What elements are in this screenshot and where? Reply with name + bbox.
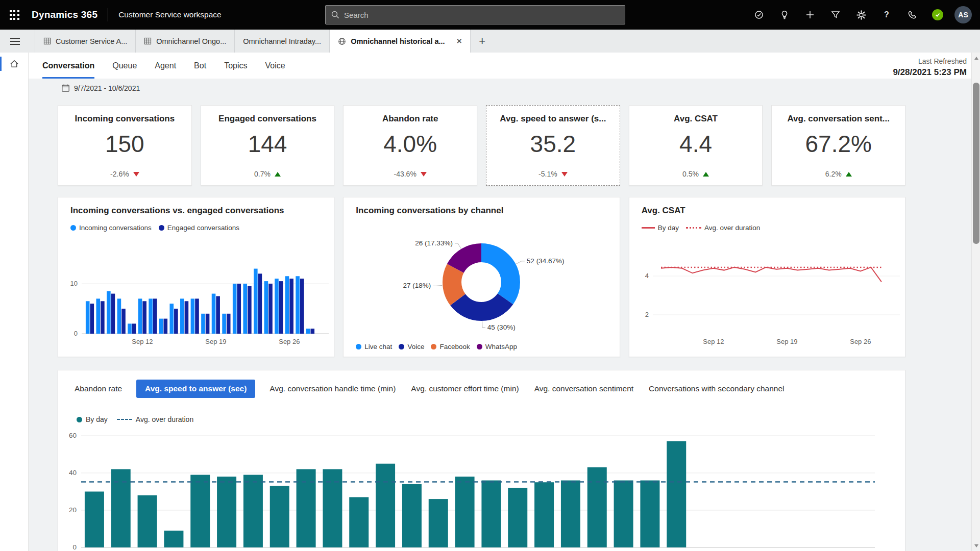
phone-button[interactable] <box>899 0 925 30</box>
kpi-change: -5.1% <box>538 170 568 178</box>
report-nav-tabs: ConversationQueueAgentBotTopicsVoice <box>29 53 971 79</box>
kpi-card-3[interactable]: Abandon rate4.0%-43.6% <box>343 105 477 186</box>
metric-tab-5[interactable]: Avg. conversation sentiment <box>533 380 634 398</box>
legend-label: Facebook <box>439 343 470 350</box>
nav-tab-agent[interactable]: Agent <box>155 53 176 79</box>
lightbulb-icon <box>779 10 790 20</box>
donut-chart[interactable]: 52 (34.67%)45 (30%)27 (18%)26 (17.33%) <box>344 231 620 339</box>
left-rail <box>0 53 29 551</box>
svg-text:2: 2 <box>645 311 648 318</box>
metric-tab-2[interactable]: Avg. speed to answer (sec) <box>136 380 255 398</box>
svg-text:Sep 26: Sep 26 <box>850 338 871 345</box>
kpi-card-5[interactable]: Avg. CSAT4.40.5% <box>629 105 763 186</box>
legend-label: Voice <box>407 343 424 350</box>
chart-title: Incoming conversations vs. engaged conve… <box>70 206 284 216</box>
metric-tab-6[interactable]: Conversations with secondary channel <box>648 380 785 398</box>
kpi-change-value: 0.5% <box>682 170 699 178</box>
kpi-card-1[interactable]: Incoming conversations150-2.6% <box>58 105 192 186</box>
chart-legend: By dayAvg. over duration <box>77 415 193 423</box>
chart-by-channel: Incoming conversations by channel 52 (34… <box>343 197 620 357</box>
legend-incoming-conversations: Incoming conversations <box>70 224 152 232</box>
charts-row: Incoming conversations vs. engaged conve… <box>58 197 905 357</box>
scroll-down-arrow[interactable] <box>972 541 980 550</box>
scroll-up-arrow[interactable] <box>972 54 980 62</box>
nav-tab-bot[interactable]: Bot <box>194 53 206 79</box>
legend-dot-icon <box>431 344 436 349</box>
hamburger-icon <box>10 36 20 47</box>
kpi-change: 6.2% <box>825 170 852 178</box>
last-refreshed-value: 9/28/2021 5:23 PM <box>893 67 967 78</box>
kpi-change: -43.6% <box>394 170 427 178</box>
filter-button[interactable] <box>823 0 848 30</box>
kpi-value: 4.0% <box>383 130 437 158</box>
svg-text:Sep 12: Sep 12 <box>703 338 724 345</box>
check-circle-icon <box>754 10 764 20</box>
presence-button[interactable] <box>925 0 950 30</box>
metric-tab-3[interactable]: Avg. conversation handle time (min) <box>268 380 397 398</box>
svg-text:26 (17.33%): 26 (17.33%) <box>415 239 453 247</box>
kpi-card-2[interactable]: Engaged conversations1440.7% <box>201 105 335 186</box>
nav-tab-conversation[interactable]: Conversation <box>42 53 94 79</box>
line-chart[interactable]: 42Sep 12Sep 19Sep 26 <box>629 240 905 357</box>
kpi-card-6[interactable]: Avg. conversation sent...67.2%6.2% <box>771 105 905 186</box>
legend-avg-over-duration: Avg. over duration <box>686 224 760 232</box>
chart-legend: Incoming conversationsEngaged conversati… <box>70 224 239 232</box>
add-icon <box>805 10 815 20</box>
vertical-scrollbar[interactable] <box>971 53 980 551</box>
app-tab-strip: Customer Service A...Omnichannel Ongo...… <box>0 30 980 53</box>
legend-label: Avg. over duration <box>704 224 760 232</box>
app-tab-2[interactable]: Omnichannel Ongo... <box>136 30 235 53</box>
legend-facebook: Facebook <box>431 343 470 350</box>
app-launcher-button[interactable] <box>0 0 29 30</box>
kpi-value: 35.2 <box>530 130 576 158</box>
user-avatar-button[interactable]: AS <box>950 0 976 30</box>
date-range-row: 9/7/2021 - 10/6/2021 <box>61 84 140 92</box>
scrollbar-thumb[interactable] <box>973 83 979 244</box>
dotted-line-icon <box>686 227 701 229</box>
dashed-line-icon <box>117 419 132 420</box>
waffle-icon <box>10 10 19 20</box>
metric-tab-4[interactable]: Avg. customer effort time (min) <box>410 380 520 398</box>
nav-tab-topics[interactable]: Topics <box>224 53 247 79</box>
kpi-card-4[interactable]: Avg. speed to answer (s...35.2-5.1% <box>486 105 620 186</box>
grouped-bar-chart[interactable]: 100Sep 12Sep 19Sep 26 <box>58 240 334 357</box>
metric-tab-1[interactable]: Abandon rate <box>74 380 123 398</box>
legend-dot-icon <box>399 344 404 349</box>
metric-tabs: Abandon rateAvg. speed to answer (sec)Av… <box>74 380 785 398</box>
app-tab-3[interactable]: Omnichannel Intraday... <box>235 30 330 53</box>
settings-icon <box>856 10 867 20</box>
check-circle-button[interactable] <box>746 0 772 30</box>
legend-by-day: By day <box>77 415 108 423</box>
legend-label: Live chat <box>364 343 392 350</box>
nav-tab-queue[interactable]: Queue <box>112 53 137 79</box>
site-map-button[interactable] <box>0 30 30 53</box>
kpi-change-value: -43.6% <box>394 170 416 178</box>
trend-up-icon <box>275 172 281 177</box>
svg-text:10: 10 <box>70 280 78 287</box>
help-button[interactable]: ? <box>874 0 899 30</box>
legend-label: By day <box>658 224 679 232</box>
svg-text:?: ? <box>884 10 889 19</box>
app-tab-1[interactable]: Customer Service A... <box>35 30 136 53</box>
legend-label: WhatsApp <box>485 343 517 350</box>
nav-tab-voice[interactable]: Voice <box>265 53 285 79</box>
svg-text:27 (18%): 27 (18%) <box>403 282 431 289</box>
kpi-title: Abandon rate <box>382 114 438 124</box>
global-search[interactable] <box>325 5 625 24</box>
add-button[interactable] <box>797 0 823 30</box>
speed-to-answer-bar-chart[interactable]: 6040200 <box>58 428 905 551</box>
svg-text:Sep 19: Sep 19 <box>776 338 797 345</box>
kpi-value: 67.2% <box>805 130 871 158</box>
legend-dot-icon <box>70 225 76 231</box>
trend-down-icon <box>561 172 568 177</box>
close-tab-icon[interactable]: × <box>457 37 462 45</box>
app-tab-4[interactable]: Omnichannel historical a...× <box>330 30 470 53</box>
svg-text:52 (34.67%): 52 (34.67%) <box>527 257 565 265</box>
settings-button[interactable] <box>848 0 874 30</box>
new-tab-button[interactable]: + <box>471 30 494 53</box>
legend-label: Incoming conversations <box>79 224 152 232</box>
home-nav-item[interactable] <box>0 53 28 75</box>
lightbulb-button[interactable] <box>772 0 797 30</box>
legend-avg-over-duration: Avg. over duration <box>117 415 193 423</box>
search-input[interactable] <box>344 11 609 19</box>
